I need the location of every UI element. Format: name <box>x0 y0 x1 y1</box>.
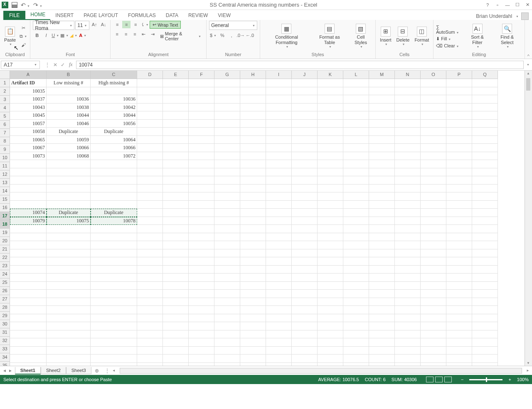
merge-center-button[interactable]: ⊞Merge & Center▼ <box>158 30 204 42</box>
cell-M2[interactable] <box>369 87 395 96</box>
cell-A12[interactable] <box>10 168 47 177</box>
increase-indent-button[interactable]: ⇥ <box>148 30 156 38</box>
font-name-combo[interactable]: Times New Roma▼ <box>33 21 74 30</box>
row-header-6[interactable]: 6 <box>0 121 10 129</box>
cell-G36[interactable] <box>214 363 240 366</box>
row-header-9[interactable]: 9 <box>0 145 10 154</box>
vertical-scrollbar[interactable]: ▲ ▼ <box>525 71 532 366</box>
cell-M25[interactable] <box>369 273 395 282</box>
formula-input[interactable]: 10074 <box>76 61 524 69</box>
column-header-J[interactable]: J <box>292 71 318 79</box>
cell-J11[interactable] <box>292 160 318 168</box>
cell-G9[interactable] <box>214 144 240 152</box>
cell-L8[interactable] <box>343 136 369 144</box>
cell-P31[interactable] <box>446 322 472 330</box>
cell-Q21[interactable] <box>472 241 498 249</box>
cell-B26[interactable] <box>47 282 91 290</box>
cell-G6[interactable] <box>214 120 240 128</box>
cell-L18[interactable] <box>343 217 369 225</box>
row-header-24[interactable]: 24 <box>0 270 10 278</box>
cell-O29[interactable] <box>421 306 446 314</box>
cell-B10[interactable]: 10068 <box>47 152 91 160</box>
cell-H28[interactable] <box>240 298 266 306</box>
cell-C4[interactable]: 10042 <box>91 103 137 112</box>
cell-Q24[interactable] <box>472 266 498 274</box>
cell-K9[interactable] <box>318 144 343 152</box>
cell-J3[interactable] <box>292 95 318 103</box>
cell-F20[interactable] <box>189 233 214 241</box>
column-header-F[interactable]: F <box>189 71 214 79</box>
cell-N23[interactable] <box>395 257 421 266</box>
row-header-5[interactable]: 5 <box>0 112 10 121</box>
cell-K13[interactable] <box>318 176 343 185</box>
cell-J33[interactable] <box>292 338 318 347</box>
cell-L32[interactable] <box>343 330 369 339</box>
cell-N18[interactable] <box>395 217 421 225</box>
cell-B25[interactable] <box>47 273 91 282</box>
hscroll-left[interactable]: ◄ <box>112 369 116 372</box>
accounting-button[interactable]: $▼ <box>209 32 217 39</box>
cell-J18[interactable] <box>292 217 318 225</box>
cell-N15[interactable] <box>395 192 421 201</box>
cell-M22[interactable] <box>369 249 395 258</box>
cell-P22[interactable] <box>446 249 472 258</box>
cell-I36[interactable] <box>266 363 292 366</box>
cell-J23[interactable] <box>292 257 318 266</box>
cell-C30[interactable] <box>91 314 137 323</box>
cell-N36[interactable] <box>395 363 421 366</box>
format-cells-button[interactable]: ◫Format▼ <box>413 26 431 47</box>
cell-O33[interactable] <box>421 338 446 347</box>
cell-H3[interactable] <box>240 95 266 103</box>
cell-Q19[interactable] <box>472 225 498 233</box>
cell-Q11[interactable] <box>472 160 498 168</box>
italic-button[interactable]: I <box>42 32 50 39</box>
border-button[interactable]: ▦▼ <box>60 32 69 39</box>
cell-J16[interactable] <box>292 201 318 209</box>
cell-Q1[interactable] <box>472 79 498 87</box>
cell-B1[interactable]: Low missing # <box>47 79 91 87</box>
cell-D27[interactable] <box>137 290 163 298</box>
cell-L3[interactable] <box>343 95 369 103</box>
cell-C19[interactable] <box>91 225 137 233</box>
cell-Q5[interactable] <box>472 111 498 120</box>
fill-color-button[interactable]: ◢▼ <box>69 32 78 39</box>
cell-J25[interactable] <box>292 273 318 282</box>
cell-E9[interactable] <box>163 144 189 152</box>
cell-K14[interactable] <box>318 185 343 193</box>
format-painter-button[interactable]: 🖌 <box>19 41 27 49</box>
orientation-button[interactable]: ⤹▼ <box>140 21 149 28</box>
cell-J20[interactable] <box>292 233 318 241</box>
cell-F4[interactable] <box>189 103 214 112</box>
cell-K11[interactable] <box>318 160 343 168</box>
cell-J22[interactable] <box>292 249 318 258</box>
cell-I28[interactable] <box>266 298 292 306</box>
cell-I23[interactable] <box>266 257 292 266</box>
cell-C12[interactable] <box>91 168 137 177</box>
cell-E19[interactable] <box>163 225 189 233</box>
cell-K28[interactable] <box>318 298 343 306</box>
cell-Q25[interactable] <box>472 273 498 282</box>
cell-H23[interactable] <box>240 257 266 266</box>
cell-A26[interactable] <box>10 282 47 290</box>
cell-I20[interactable] <box>266 233 292 241</box>
cell-H4[interactable] <box>240 103 266 112</box>
cell-G4[interactable] <box>214 103 240 112</box>
cell-G29[interactable] <box>214 306 240 314</box>
tab-view[interactable]: VIEW <box>213 11 236 20</box>
page-break-view-button[interactable] <box>444 377 452 382</box>
row-header-32[interactable]: 32 <box>0 337 10 345</box>
cell-J4[interactable] <box>292 103 318 112</box>
row-header-1[interactable]: 1 <box>0 79 10 87</box>
cell-H6[interactable] <box>240 120 266 128</box>
cell-E34[interactable] <box>163 347 189 355</box>
decrease-decimal-button[interactable]: ←.0 <box>246 32 254 39</box>
cell-P7[interactable] <box>446 128 472 136</box>
cell-B15[interactable] <box>47 192 91 201</box>
cell-B6[interactable]: 10046 <box>47 120 91 128</box>
cell-B22[interactable] <box>47 249 91 258</box>
cell-L5[interactable] <box>343 111 369 120</box>
cell-L12[interactable] <box>343 168 369 177</box>
grow-font-button[interactable]: A↑ <box>90 21 99 28</box>
cell-M31[interactable] <box>369 322 395 330</box>
cell-K6[interactable] <box>318 120 343 128</box>
